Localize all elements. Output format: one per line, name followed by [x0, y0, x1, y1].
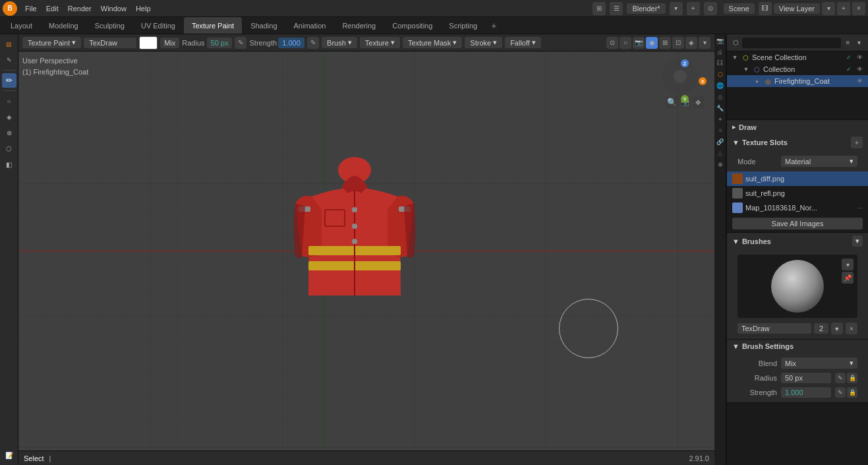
viewport-mode-dropdown[interactable]: Texture Paint ▾	[22, 37, 81, 48]
tab-texture-paint[interactable]: Texture Paint	[184, 17, 242, 34]
scene-props-view-layer-icon[interactable]: 🎞	[715, 58, 726, 69]
scene-props-particle-icon[interactable]: ✦	[715, 114, 726, 125]
view-layer-expand[interactable]: ▾	[822, 2, 835, 15]
texture-slots-header[interactable]: ▼ Texture Slots +	[727, 134, 868, 151]
strength-edit-btn[interactable]: ✎	[835, 387, 846, 398]
clone-tool[interactable]: ⊕	[2, 125, 16, 140]
scene-props-constraint-icon[interactable]: 🔗	[715, 137, 726, 147]
brush-dropdown[interactable]: Brush▾	[322, 37, 357, 48]
brush-settings-header[interactable]: ▼ Brush Settings	[727, 340, 868, 353]
collection-expand[interactable]: ▼	[742, 65, 750, 73]
scene-collection-check[interactable]: ✓	[844, 53, 854, 62]
nav-x-axis[interactable]: X	[699, 77, 707, 85]
firefighting-coat-item[interactable]: ▸ ◎ Firefighting_Coat 👁	[727, 75, 868, 87]
save-all-images-button[interactable]: Save All Images	[732, 218, 863, 230]
scene-collection-expand[interactable]: ▼	[731, 53, 739, 61]
brushes-options[interactable]: ▾	[852, 235, 863, 247]
stroke-dropdown[interactable]: Stroke▾	[465, 37, 502, 48]
viewport-canvas[interactable]: User Perspective (1) Firefighting_Coat	[18, 51, 714, 450]
scene-props-modifier-icon[interactable]: 🔧	[715, 103, 726, 113]
scene-props-object-icon[interactable]: ◎	[715, 92, 726, 102]
view-layer-del[interactable]: ×	[852, 2, 865, 15]
engine-expand[interactable]: ▾	[670, 2, 683, 15]
mode-toggle[interactable]: ▤	[2, 37, 16, 51]
radius-edit-icon[interactable]: ✎	[235, 37, 246, 49]
strength-settings-value[interactable]: 1.000	[781, 387, 831, 398]
brush-favorite-icon[interactable]: ♥	[831, 323, 843, 334]
viewport-rendered-icon[interactable]: ⊡	[672, 37, 684, 49]
texture-slot-0[interactable]: suit_diff.png	[727, 171, 868, 186]
viewport-render-icon[interactable]: ⊞	[659, 37, 671, 49]
menu-edit[interactable]: Edit	[42, 3, 63, 14]
menu-help[interactable]: Help	[132, 3, 155, 14]
texture-dropdown[interactable]: Texture▾	[360, 37, 400, 48]
outliner-display-button[interactable]: ▾	[855, 37, 864, 49]
draw-tool[interactable]: ✏	[2, 73, 16, 88]
texture-slot-2[interactable]: Map_10183618_Nor... ···	[727, 201, 868, 215]
scene-props-render-icon[interactable]: 📷	[715, 36, 726, 46]
viewport-material-icon[interactable]: ◈	[685, 37, 697, 49]
tab-layout[interactable]: Layout	[3, 17, 40, 34]
scene-props-physics-icon[interactable]: ⚛	[715, 125, 726, 136]
texture-slots-add[interactable]: +	[851, 137, 863, 148]
render-engine[interactable]: Blender*	[627, 3, 665, 14]
brush-preview-pin[interactable]: 📌	[842, 272, 854, 284]
scene-props-scene-icon[interactable]: ⬡	[715, 69, 726, 80]
brushes-header[interactable]: ▼ Brushes ▾	[727, 233, 868, 249]
viewport-overlay-icon[interactable]: ○	[620, 37, 631, 49]
engine-settings[interactable]: ⊙	[704, 2, 717, 15]
texture-mask-dropdown[interactable]: Texture Mask▾	[403, 37, 462, 48]
annotate-tool[interactable]: 📝	[2, 448, 16, 462]
viewport[interactable]: Texture Paint ▾ TexDraw Mix Radius 50 px…	[18, 34, 714, 465]
navigation-gizmo[interactable]: X Y Z 🔍 📷 ✥	[662, 58, 708, 104]
strength-edit-icon[interactable]: ✎	[307, 37, 319, 49]
blend-mode-dropdown[interactable]: Mix	[160, 38, 179, 48]
collection-item[interactable]: ▼ ⬡ Collection ✓ 👁	[727, 63, 868, 75]
view-layer-name[interactable]: View Layer	[774, 3, 820, 14]
tab-scripting[interactable]: Scripting	[441, 17, 485, 34]
falloff-dropdown[interactable]: Falloff▾	[505, 37, 541, 48]
tab-rendering[interactable]: Rendering	[334, 17, 384, 34]
tab-sculpting[interactable]: Sculpting	[87, 17, 132, 34]
brush-name-field[interactable]: TexDraw	[738, 323, 811, 334]
viewport-shading-icon[interactable]: ⊙	[606, 37, 618, 49]
tab-shading[interactable]: Shading	[243, 17, 285, 34]
strength-lock-btn[interactable]: 🔒	[847, 387, 857, 398]
blender-logo[interactable]: B	[3, 1, 17, 16]
smear-tool[interactable]: ◈	[2, 109, 16, 124]
coat-expand[interactable]: ▸	[753, 77, 761, 85]
scene-name[interactable]: Scene	[724, 3, 755, 14]
radius-settings-value[interactable]: 50 px	[781, 373, 831, 383]
scene-props-material-icon[interactable]: ◉	[715, 159, 726, 170]
engine-add[interactable]: +	[687, 2, 700, 15]
menu-window[interactable]: Window	[97, 3, 130, 14]
view-layer-add[interactable]: +	[837, 2, 850, 15]
outliner-search-input[interactable]	[742, 38, 841, 48]
menu-render[interactable]: Render	[64, 3, 96, 14]
viewport-camera-icon[interactable]: 📷	[633, 37, 645, 49]
draw-section-header[interactable]: ▸ Draw	[727, 120, 868, 134]
scene-collection-eye[interactable]: 👁	[855, 53, 864, 62]
menu-file[interactable]: File	[21, 3, 41, 14]
tab-compositing[interactable]: Compositing	[384, 17, 440, 34]
texture-slot-1[interactable]: suit_refl.png	[727, 186, 868, 201]
tab-modeling[interactable]: Modeling	[41, 17, 86, 34]
brush-close-icon[interactable]: ×	[846, 323, 857, 334]
soften-tool[interactable]: ○	[2, 94, 16, 108]
pan-icon[interactable]: ✥	[692, 96, 704, 108]
nav-z-axis[interactable]: Z	[681, 59, 689, 67]
brush-preview-expand[interactable]: ▾	[842, 259, 854, 270]
scene-props-data-icon[interactable]: △	[715, 148, 726, 158]
blend-dropdown[interactable]: Mix ▾	[781, 357, 857, 369]
add-workspace-button[interactable]: +	[486, 17, 502, 34]
strength-value[interactable]: 1.000	[278, 38, 304, 48]
workspace-icon[interactable]: ⊞	[593, 2, 606, 15]
tab-animation[interactable]: Animation	[286, 17, 334, 34]
tab-uv-editing[interactable]: UV Editing	[133, 17, 183, 34]
viewport-settings-icon[interactable]: ▾	[699, 37, 710, 49]
scene-props-output-icon[interactable]: 🖨	[715, 47, 726, 57]
collection-check[interactable]: ✓	[844, 65, 854, 74]
radius-lock-btn[interactable]: 🔒	[847, 373, 857, 383]
brush-settings-toggle[interactable]: ✎	[2, 53, 16, 67]
radius-value[interactable]: 50 px	[207, 38, 233, 48]
